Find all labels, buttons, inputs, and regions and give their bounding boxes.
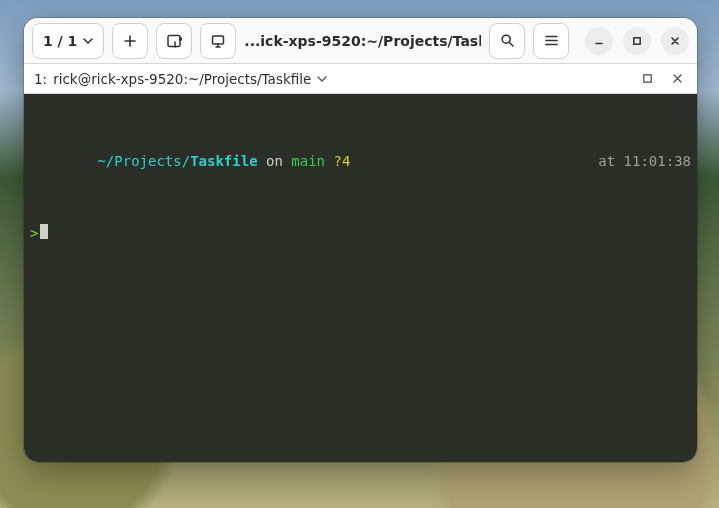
- close-icon: [672, 73, 683, 84]
- prompt-dirty: ?4: [325, 153, 350, 169]
- svg-rect-1: [213, 36, 224, 44]
- new-tab-button[interactable]: [112, 23, 148, 59]
- prompt-path-current: Taskfile: [190, 153, 257, 169]
- minimize-icon: [593, 35, 605, 47]
- chevron-down-icon: [317, 74, 327, 84]
- close-icon: [669, 35, 681, 47]
- maximize-icon: [631, 35, 643, 47]
- minimize-button[interactable]: [585, 27, 613, 55]
- prompt-time: 11:01:38: [624, 153, 691, 169]
- tab-bar: 1: rick@rick-xps-9520:~/Projects/Taskfil…: [24, 64, 697, 94]
- tab-counter-label: 1 / 1: [43, 33, 77, 49]
- titlebar: 1 / 1: [24, 18, 697, 64]
- tab-counter-dropdown[interactable]: 1 / 1: [32, 23, 104, 59]
- search-icon: [500, 33, 515, 48]
- split-pane-icon: [166, 33, 182, 49]
- terminal-viewport[interactable]: ~/Projects/Taskfile on main ?4 at 11:01:…: [24, 94, 697, 462]
- close-button[interactable]: [661, 27, 689, 55]
- search-button[interactable]: [489, 23, 525, 59]
- terminal-window: 1 / 1: [24, 18, 697, 462]
- split-terminal-button[interactable]: [156, 23, 192, 59]
- chevron-down-icon: [83, 36, 93, 46]
- hamburger-icon: [544, 33, 559, 48]
- maximize-icon: [642, 73, 653, 84]
- prompt-path-prefix: ~/Projects/: [97, 153, 190, 169]
- prompt-ps2: >: [30, 224, 38, 242]
- svg-rect-0: [168, 35, 180, 46]
- prompt-on: on: [258, 153, 292, 169]
- hamburger-menu-button[interactable]: [533, 23, 569, 59]
- prompt-at: at: [598, 153, 623, 169]
- tab-close-button[interactable]: [667, 69, 687, 89]
- tab-maximize-button[interactable]: [637, 69, 657, 89]
- broadcast-button[interactable]: [200, 23, 236, 59]
- prompt-line-2: >: [30, 224, 691, 242]
- tab-item[interactable]: 1: rick@rick-xps-9520:~/Projects/Taskfil…: [34, 71, 637, 87]
- prompt-line-1: ~/Projects/Taskfile on main ?4 at 11:01:…: [30, 134, 691, 188]
- plus-icon: [123, 34, 137, 48]
- window-title: ...ick-xps-9520:~/Projects/Taskfile: [244, 33, 481, 49]
- broadcast-icon: [210, 33, 226, 49]
- svg-rect-4: [643, 75, 650, 82]
- tab-label: rick@rick-xps-9520:~/Projects/Taskfile: [53, 71, 311, 87]
- tab-index: 1:: [34, 71, 47, 87]
- maximize-button[interactable]: [623, 27, 651, 55]
- terminal-cursor: [40, 224, 48, 239]
- svg-rect-3: [634, 37, 640, 43]
- prompt-branch: main: [291, 153, 325, 169]
